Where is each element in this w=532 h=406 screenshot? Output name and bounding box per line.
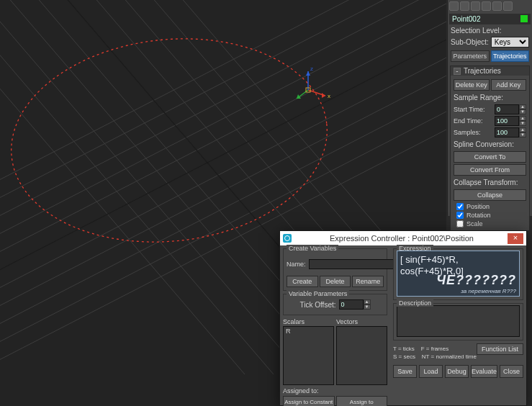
svg-line-1: [0, 4, 446, 248]
scale-checkbox[interactable]: [456, 220, 464, 227]
name-label: Name:: [287, 261, 306, 268]
rename-button[interactable]: Rename: [352, 276, 384, 287]
spin-up[interactable]: ▲: [519, 104, 526, 109]
expression-textarea[interactable]: [ sin(F+45)*R, cos(F+45)*R,0] ЧЕ??????? …: [397, 251, 520, 297]
svg-marker-24: [322, 93, 325, 98]
start-time-label: Start Time:: [454, 106, 492, 113]
assigned-to-label: Assigned to:: [283, 387, 387, 394]
spin-down[interactable]: ▼: [364, 304, 371, 310]
end-time-label: End Time:: [454, 117, 492, 125]
svg-line-0: [0, 0, 446, 230]
vectors-label: Vectors: [336, 318, 387, 325]
assign-constant-button[interactable]: Assign to Constant: [283, 396, 335, 406]
tab-icon[interactable]: [482, 1, 491, 11]
svg-line-19: [0, 0, 274, 374]
sub-object-label: Sub-Object:: [451, 38, 489, 46]
load-button[interactable]: Load: [419, 365, 443, 378]
svg-line-2: [0, 22, 446, 266]
rollout-header[interactable]: - Trajectories: [451, 66, 529, 76]
add-key-button[interactable]: Add Key: [491, 79, 527, 91]
svg-line-20: [0, 0, 245, 374]
spin-up[interactable]: ▲: [364, 299, 371, 304]
annotation-overlay: ЧЕ??????? за переменная R???: [436, 273, 516, 294]
collapse-transform-label: Collapse Transform:: [454, 177, 526, 188]
tab-icon[interactable]: [492, 1, 502, 11]
rotation-label: Rotation: [466, 212, 491, 219]
selection-level-label: Selection Level:: [448, 26, 532, 35]
start-time-input[interactable]: [495, 104, 519, 114]
description-group: Description: [393, 303, 523, 340]
samples-label: Samples:: [454, 129, 492, 136]
sub-object-select[interactable]: Keys: [491, 37, 529, 48]
end-time-input[interactable]: [495, 116, 519, 126]
convert-to-button[interactable]: Convert To: [454, 151, 526, 163]
description-textarea[interactable]: [397, 305, 520, 337]
create-variables-group: Create Variables Name: Scalar Vector Cre…: [283, 248, 387, 291]
sample-range-label: Sample Range:: [454, 92, 526, 103]
end-time-spinner[interactable]: ▲▼: [495, 116, 526, 126]
rotation-checkbox[interactable]: [456, 212, 464, 219]
close-button[interactable]: Close: [500, 365, 523, 378]
parameters-tab[interactable]: Parameters: [451, 50, 490, 62]
svg-line-10: [0, 0, 446, 194]
expression-controller-dialog: Expression Controller : Point002\Positio…: [279, 230, 527, 406]
transform-gizmo[interactable]: x z: [297, 66, 330, 99]
spin-down[interactable]: ▼: [519, 109, 526, 114]
group-label: Description: [397, 299, 433, 307]
svg-text:x: x: [328, 93, 330, 99]
object-color-swatch[interactable]: [520, 15, 528, 22]
app-icon: [283, 234, 292, 243]
start-time-spinner[interactable]: ▲▼: [495, 104, 526, 114]
name-input[interactable]: [309, 259, 394, 269]
spin-up[interactable]: ▲: [519, 127, 526, 132]
tab-icon[interactable]: [460, 1, 469, 11]
object-name: Point002: [452, 15, 480, 23]
trajectories-rollout: - Trajectories Delete Key Add Key Sample…: [450, 66, 530, 231]
position-label: Position: [466, 203, 490, 210]
assign-controller-button[interactable]: Assign to Controller: [336, 396, 388, 406]
variable-parameters-group: Variable Parameters Tick Offset: ▲▼: [283, 294, 387, 315]
tick-offset-spinner[interactable]: ▲▼: [339, 299, 371, 310]
object-name-field[interactable]: Point002: [449, 14, 531, 24]
group-label: Create Variables: [287, 245, 338, 252]
expression-group: Expression [ sin(F+45)*R, cos(F+45)*R,0]…: [393, 248, 523, 300]
convert-from-button[interactable]: Convert From: [454, 164, 526, 176]
dialog-titlebar[interactable]: Expression Controller : Point002\Positio…: [280, 231, 526, 245]
delete-button[interactable]: Delete: [320, 276, 351, 287]
panel-tab-icons: [448, 0, 532, 12]
spin-down[interactable]: ▼: [519, 132, 526, 137]
command-panel: Point002 Selection Level: Sub-Object: Ke…: [447, 0, 532, 216]
trajectories-tab[interactable]: Trajectories: [491, 50, 530, 62]
group-label: Variable Parameters: [287, 290, 349, 297]
tab-icon[interactable]: [503, 1, 513, 11]
scalars-label: Scalars: [283, 318, 334, 325]
scalars-list[interactable]: R: [283, 326, 334, 385]
collapse-icon[interactable]: -: [454, 68, 461, 75]
delete-key-button[interactable]: Delete Key: [454, 79, 490, 91]
tab-icon[interactable]: [471, 1, 480, 11]
position-checkbox[interactable]: [456, 203, 464, 210]
function-list-button[interactable]: Function List: [477, 343, 523, 355]
tick-offset-label: Tick Offset:: [299, 301, 335, 309]
samples-spinner[interactable]: ▲▼: [495, 127, 526, 137]
spin-down[interactable]: ▼: [519, 121, 526, 126]
debug-button[interactable]: Debug: [445, 365, 469, 378]
scale-label: Scale: [466, 220, 483, 227]
dialog-title: Expression Controller : Point002\Positio…: [296, 234, 508, 243]
create-button[interactable]: Create: [287, 276, 318, 287]
svg-text:z: z: [310, 66, 313, 72]
close-icon[interactable]: ×: [508, 233, 523, 244]
tick-offset-input[interactable]: [339, 299, 364, 310]
tab-icon[interactable]: [449, 1, 459, 11]
samples-input[interactable]: [495, 127, 519, 137]
save-button[interactable]: Save: [393, 365, 417, 378]
evaluate-button[interactable]: Evaluate: [471, 365, 497, 378]
vectors-list[interactable]: [336, 326, 387, 385]
spin-up[interactable]: ▲: [519, 116, 526, 121]
collapse-button[interactable]: Collapse: [454, 189, 526, 201]
list-item[interactable]: R: [284, 328, 333, 335]
legend: T = ticks F = frames S = secs NT = norma…: [393, 343, 477, 362]
rollout-title: Trajectories: [464, 67, 501, 75]
spline-conversion-label: Spline Conversion:: [454, 139, 526, 150]
